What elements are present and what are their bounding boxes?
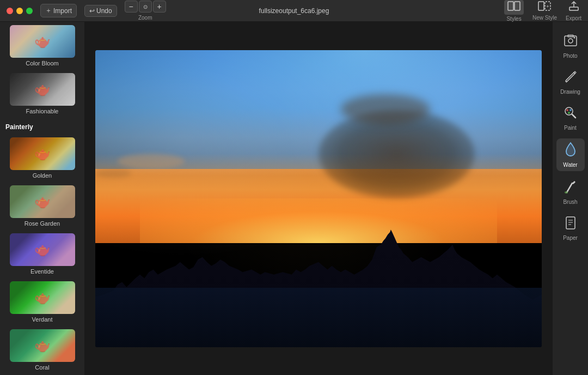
style-thumb-fashionable: 🫖 — [10, 73, 75, 106]
cloud-streak-1 — [341, 94, 430, 124]
sidebar-item-coral[interactable]: 🫖 Coral — [3, 327, 81, 373]
style-thumb-eventide: 🫖 — [10, 233, 75, 266]
svg-rect-0 — [508, 2, 513, 10]
tool-drawing[interactable]: Drawing — [556, 66, 585, 98]
import-label: Import — [53, 7, 72, 15]
export-icon — [568, 1, 579, 14]
svg-point-12 — [566, 109, 568, 111]
titlebar-right: Styles + New Style Export — [504, 0, 581, 22]
import-button[interactable]: ＋ Import — [40, 4, 77, 17]
zoom-out-icon: − — [129, 2, 133, 11]
zoom-group: − ⊙ + — [125, 1, 166, 13]
minimize-button[interactable] — [16, 8, 23, 14]
undo-group: ↩ Undo — [84, 5, 117, 17]
titlebar: ＋ Import ↩ Undo − ⊙ + Zoom — [0, 0, 588, 22]
traffic-lights — [7, 8, 33, 14]
sidebar-item-golden[interactable]: 🫖 Golden — [3, 135, 81, 181]
photo-label: Photo — [563, 53, 577, 59]
thumb-still-life-icon: 🫖 — [10, 25, 75, 58]
thumb-still-life-e: 🫖 — [10, 233, 75, 266]
tool-water[interactable]: Water — [556, 138, 585, 171]
painting — [95, 50, 542, 347]
svg-rect-1 — [514, 2, 520, 10]
style-thumb-verdant: 🫖 — [10, 281, 75, 314]
zoom-in-icon: + — [157, 2, 162, 11]
paint-icon — [564, 106, 578, 123]
cloud-streak-3 — [95, 169, 131, 178]
styles-action[interactable]: Styles — [504, 0, 524, 22]
maximize-button[interactable] — [26, 8, 33, 14]
titlebar-filename: fullsizeoutput_6ca6.jpeg — [259, 7, 329, 15]
drawing-icon — [564, 70, 577, 87]
svg-text:+: + — [546, 4, 549, 9]
style-thumb-color-bloom: 🫖 — [10, 25, 75, 58]
style-thumb-rose-garden: 🫖 — [10, 185, 75, 218]
zoom-controls: − ⊙ + Zoom — [125, 1, 166, 21]
style-name-fashionable: Fashionable — [26, 108, 59, 114]
styles-icon — [504, 0, 524, 15]
style-thumb-coral: 🫖 — [10, 329, 75, 362]
undo-button[interactable]: ↩ Undo — [84, 5, 117, 17]
canvas-area — [84, 22, 553, 375]
svg-point-13 — [569, 109, 572, 111]
sidebar-item-verdant[interactable]: 🫖 Verdant — [3, 279, 81, 325]
titlebar-left: ＋ Import ↩ Undo − ⊙ + Zoom — [7, 1, 166, 21]
style-thumb-golden: 🫖 — [10, 137, 75, 170]
thumb-still-life-g: 🫖 — [10, 137, 75, 170]
water-label: Water — [563, 162, 577, 168]
brush-icon — [564, 179, 577, 197]
zoom-out-button[interactable]: − — [125, 1, 138, 13]
canvas[interactable] — [95, 50, 542, 347]
svg-rect-16 — [566, 217, 575, 229]
sidebar-item-eventide[interactable]: 🫖 Eventide — [3, 231, 81, 277]
cloud-streak-2 — [118, 154, 185, 168]
tool-photo[interactable]: Photo — [556, 31, 585, 62]
paper-icon — [565, 216, 577, 233]
tool-panel: Photo Drawing — [553, 22, 588, 375]
undo-label: Undo — [96, 7, 112, 15]
paint-label: Paint — [564, 125, 577, 131]
water-icon — [565, 142, 577, 160]
thumb-still-life-v: 🫖 — [10, 281, 75, 314]
sidebar-item-fashionable[interactable]: 🫖 Fashionable — [3, 71, 81, 117]
drawing-label: Drawing — [560, 89, 580, 95]
zoom-actual-button[interactable]: ⊙ — [139, 1, 152, 13]
new-style-action[interactable]: + New Style — [532, 1, 557, 21]
undo-icon: ↩ — [89, 7, 95, 15]
main-content: 🫖 Color Bloom 🫖 Fashionable Painterly 🫖 … — [0, 22, 588, 375]
svg-rect-5 — [569, 7, 578, 10]
svg-point-8 — [568, 39, 573, 43]
style-name-verdant: Verdant — [32, 316, 53, 323]
import-group: ＋ Import — [40, 4, 77, 17]
svg-point-15 — [565, 191, 568, 193]
zoom-in-button[interactable]: + — [153, 1, 166, 13]
horizon-glow — [140, 198, 497, 243]
export-action[interactable]: Export — [566, 1, 581, 21]
tool-paint[interactable]: Paint — [556, 102, 585, 134]
photo-icon — [564, 34, 578, 51]
style-name-eventide: Eventide — [30, 268, 54, 275]
style-name-coral: Coral — [35, 364, 49, 371]
thumb-still-life-r: 🫖 — [10, 185, 75, 218]
sidebar-item-color-bloom[interactable]: 🫖 Color Bloom — [3, 23, 81, 69]
style-name-golden: Golden — [33, 172, 52, 179]
close-button[interactable] — [7, 8, 13, 14]
style-name-rose-garden: Rose Garden — [24, 220, 60, 227]
sidebar-item-rose-garden[interactable]: 🫖 Rose Garden — [3, 183, 81, 229]
brush-label: Brush — [563, 199, 577, 205]
import-icon: ＋ — [45, 6, 52, 15]
section-painterly: Painterly — [0, 118, 84, 134]
water-reflection — [95, 288, 542, 347]
tool-brush[interactable]: Brush — [556, 176, 585, 208]
thumb-still-life-f: 🫖 — [10, 73, 75, 106]
paper-label: Paper — [563, 235, 578, 241]
new-style-icon: + — [538, 1, 552, 14]
style-name-color-bloom: Color Bloom — [26, 60, 59, 66]
svg-point-14 — [568, 112, 570, 114]
tool-paper[interactable]: Paper — [556, 213, 585, 244]
sidebar: 🫖 Color Bloom 🫖 Fashionable Painterly 🫖 … — [0, 22, 84, 375]
svg-point-10 — [573, 37, 575, 39]
styles-label: Styles — [506, 16, 521, 22]
new-style-label: New Style — [532, 15, 557, 21]
thumb-still-life-c: 🫖 — [10, 329, 75, 362]
